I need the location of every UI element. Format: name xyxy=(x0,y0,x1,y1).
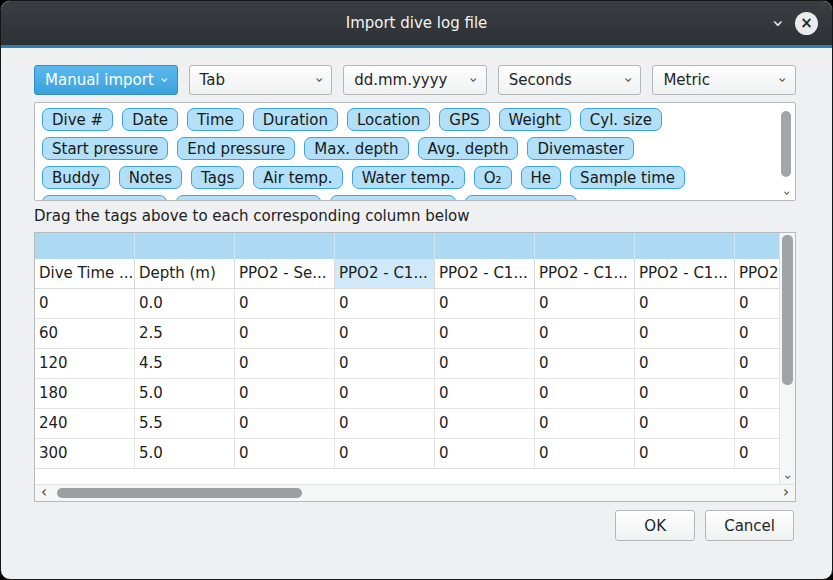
cancel-button[interactable]: Cancel xyxy=(705,510,794,541)
dropdown-duration-format[interactable]: Seconds› xyxy=(498,65,642,95)
dropdown-import-mode[interactable]: Manual import› xyxy=(34,65,178,95)
tag-pill[interactable]: End pressure xyxy=(177,137,295,160)
table-cell: 0 xyxy=(735,289,779,319)
table-horizontal-scrollbar[interactable]: ‹ › xyxy=(35,484,795,501)
tag-pill[interactable]: Weight xyxy=(499,108,571,131)
column-header[interactable]: PPO2 - C1... xyxy=(535,259,635,289)
tag-pill[interactable]: Sample time xyxy=(570,166,685,189)
table-grid: Dive Time ...Depth (m)PPO2 - Se...PPO2 -… xyxy=(35,233,779,484)
column-header[interactable]: PPO2 xyxy=(735,259,779,289)
scroll-down-arrow-icon[interactable]: › xyxy=(780,471,795,483)
window-title: Import dive log file xyxy=(346,14,488,32)
table-cell: 0 xyxy=(335,439,435,469)
column-header[interactable]: PPO2 - C1... xyxy=(335,259,435,289)
table-cell: 0 xyxy=(235,379,335,409)
column-header[interactable]: Depth (m) xyxy=(135,259,235,289)
table-cell: 180 xyxy=(35,379,135,409)
dropzone-cell[interactable] xyxy=(135,233,235,259)
table-row: 3005.0000000 xyxy=(35,439,779,469)
drag-hint-label: Drag the tags above to each correspondin… xyxy=(34,207,470,225)
tag-pill[interactable]: Sample CNS xyxy=(465,195,577,201)
dropdown-value: Metric xyxy=(663,71,710,89)
table-cell: 0 xyxy=(635,409,735,439)
table-cell: 0 xyxy=(35,289,135,319)
tag-pill[interactable]: Tags xyxy=(191,166,244,189)
table-cell: 0 xyxy=(235,409,335,439)
tag-pill[interactable]: Location xyxy=(347,108,430,131)
column-header[interactable]: PPO2 - C1... xyxy=(635,259,735,289)
tag-pill[interactable]: Dive # xyxy=(42,108,113,131)
dropzone-cell[interactable] xyxy=(635,233,735,259)
tag-pill[interactable]: He xyxy=(521,166,562,189)
tag-pill[interactable]: Start pressure xyxy=(42,137,168,160)
table-row: 602.5000000 xyxy=(35,319,779,349)
dropdown-date-format[interactable]: dd.mm.yyyy› xyxy=(343,65,487,95)
dropzone-cell[interactable] xyxy=(535,233,635,259)
table-cell: 0 xyxy=(535,379,635,409)
table-cell: 0 xyxy=(335,319,435,349)
tag-pill[interactable]: Sample depth xyxy=(42,195,167,201)
dropzone-cell[interactable] xyxy=(35,233,135,259)
scroll-right-arrow-icon[interactable]: › xyxy=(783,485,789,501)
dropzone-row xyxy=(35,233,779,259)
tag-pill[interactable]: Avg. depth xyxy=(418,137,519,160)
close-icon[interactable]: × xyxy=(795,12,818,35)
tag-pill[interactable]: Sample temp. xyxy=(330,195,455,201)
dropzone-cell[interactable] xyxy=(335,233,435,259)
tag-pill[interactable]: Water temp. xyxy=(352,166,465,189)
dropzone-cell[interactable] xyxy=(235,233,335,259)
titlebar: Import dive log file › × xyxy=(1,1,832,45)
column-header[interactable]: PPO2 - C1... xyxy=(435,259,535,289)
table-cell: 0 xyxy=(235,439,335,469)
table-cell: 5.5 xyxy=(135,409,235,439)
dropdown-units[interactable]: Metric› xyxy=(652,65,796,95)
tag-pill[interactable]: Divemaster xyxy=(527,137,634,160)
table-cell: 0 xyxy=(535,439,635,469)
tag-pill[interactable]: O₂ xyxy=(474,166,512,189)
table-cell: 0 xyxy=(735,349,779,379)
column-header[interactable]: Dive Time ... xyxy=(35,259,135,289)
titlebar-icons: › × xyxy=(775,1,818,45)
dropdown-value: dd.mm.yyyy xyxy=(354,71,447,89)
vertical-scrollbar-thumb[interactable] xyxy=(782,235,793,385)
tag-pill[interactable]: Notes xyxy=(119,166,182,189)
scroll-down-arrow-icon[interactable]: › xyxy=(780,188,793,198)
tag-pill[interactable]: Time xyxy=(187,108,244,131)
tag-pill[interactable]: Duration xyxy=(253,108,338,131)
tag-row: BuddyNotesTagsAir temp.Water temp.O₂HeSa… xyxy=(42,166,788,189)
window-shade-chevron-icon[interactable]: › xyxy=(775,14,783,33)
tag-pill[interactable]: Air temp. xyxy=(253,166,342,189)
dropdown-value: Seconds xyxy=(509,71,572,89)
tag-pill[interactable]: Buddy xyxy=(42,166,110,189)
dropzone-cell[interactable] xyxy=(735,233,779,259)
table-cell: 0 xyxy=(435,349,535,379)
dropdown-field-separator[interactable]: Tab› xyxy=(189,65,333,95)
tag-pill[interactable]: Sample pressure xyxy=(176,195,322,201)
ok-button[interactable]: OK xyxy=(615,510,695,541)
import-dialog-window: Import dive log file › × Manual import›T… xyxy=(0,0,833,580)
tag-pill[interactable]: Cyl. size xyxy=(580,108,662,131)
tagbox-scrollbar[interactable]: › xyxy=(780,105,793,198)
tag-box: Dive #DateTimeDurationLocationGPSWeightC… xyxy=(34,102,796,201)
table-cell: 0 xyxy=(635,379,735,409)
tag-pill[interactable]: Date xyxy=(122,108,178,131)
dropzone-cell[interactable] xyxy=(435,233,535,259)
table-cell: 0 xyxy=(635,349,735,379)
table-cell: 0 xyxy=(435,379,535,409)
table-cell: 0 xyxy=(535,319,635,349)
table-row: 1204.5000000 xyxy=(35,349,779,379)
table-row: 2405.5000000 xyxy=(35,409,779,439)
tagbox-scrollbar-thumb[interactable] xyxy=(781,111,791,177)
chevron-down-icon: › xyxy=(775,77,791,83)
column-header[interactable]: PPO2 - Se... xyxy=(235,259,335,289)
scroll-left-arrow-icon[interactable]: ‹ xyxy=(41,485,47,501)
tag-pill[interactable]: Max. depth xyxy=(304,137,408,160)
table-cell: 0 xyxy=(335,349,435,379)
table-cell: 0 xyxy=(435,289,535,319)
table-vertical-scrollbar[interactable]: › xyxy=(779,233,795,484)
table-cell: 240 xyxy=(35,409,135,439)
tag-pill[interactable]: GPS xyxy=(439,108,489,131)
horizontal-scrollbar-thumb[interactable] xyxy=(57,488,302,498)
chevron-down-icon: › xyxy=(621,77,637,83)
dropdown-value: Manual import xyxy=(45,71,154,89)
